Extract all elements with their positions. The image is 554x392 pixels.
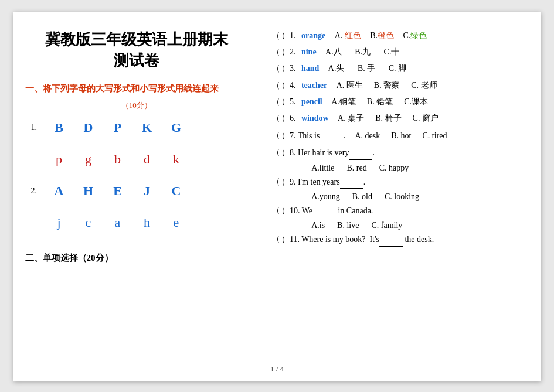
question-10: （ ）10. We in Canada. bbox=[272, 204, 529, 217]
row1-lower-spacer bbox=[31, 155, 42, 164]
right-panel: （ ）1. orange A. 红色 B.橙色 C.绿色 （ ）2. nine … bbox=[260, 29, 529, 357]
q9-blank bbox=[340, 175, 363, 189]
letter-j: j bbox=[47, 215, 71, 230]
q10-blank bbox=[312, 204, 336, 217]
exam-page: 冀教版三年级英语上册期末 测试卷 一、将下列字母的大写形式和小写形式用线连起来 … bbox=[13, 12, 541, 381]
letter-c: c bbox=[77, 215, 100, 230]
letter-A: A bbox=[47, 183, 71, 199]
q8-options: A.little B. red C. happy bbox=[272, 163, 529, 173]
question-8: （ ）8. Her hair is very . bbox=[272, 146, 529, 159]
q10-options: A.is B. live C. family bbox=[272, 221, 529, 230]
letter-P: P bbox=[106, 120, 130, 135]
q7-blank bbox=[320, 129, 343, 142]
q1-bracket: （ bbox=[272, 29, 281, 42]
row1-upper: 1. B D P K G bbox=[25, 120, 248, 135]
letter-k: k bbox=[165, 152, 188, 167]
q8-blank bbox=[349, 146, 372, 159]
row2-lower: j c a h e bbox=[25, 215, 248, 230]
left-panel: 冀教版三年级英语上册期末 测试卷 一、将下列字母的大写形式和小写形式用线连起来 … bbox=[25, 29, 260, 357]
title-main-line2: 测试卷 bbox=[25, 50, 248, 71]
question-3: （ ）3. hand A.头 B. 手 C. 脚 bbox=[272, 62, 529, 75]
q9-options: A.young B. old C. looking bbox=[272, 192, 529, 202]
question-9: （ ）9. I'm ten years . bbox=[272, 175, 529, 189]
letter-J: J bbox=[135, 183, 159, 199]
letter-p: p bbox=[47, 152, 71, 167]
question-11: （ ）11. Where is my book? It's the desk. bbox=[272, 233, 529, 246]
q11-blank bbox=[379, 233, 403, 246]
question-1: （ ）1. orange A. 红色 B.橙色 C.绿色 bbox=[272, 29, 529, 42]
letter-g: g bbox=[77, 152, 100, 167]
question-6: （ ）6. window A. 桌子 B. 椅子 C. 窗户 bbox=[272, 112, 529, 125]
letter-b: b bbox=[106, 152, 130, 167]
row2-num: 2. bbox=[31, 186, 42, 196]
letter-G: G bbox=[165, 120, 188, 135]
question-5: （ ）5. pencil A.钢笔 B. 铅笔 C.课本 bbox=[272, 96, 529, 108]
letter-K: K bbox=[135, 120, 159, 135]
row1-num: 1. bbox=[31, 123, 42, 132]
page-footer: 1 / 4 bbox=[270, 364, 284, 374]
letter-C: C bbox=[165, 183, 188, 199]
letter-h: h bbox=[135, 215, 159, 230]
letter-D: D bbox=[77, 120, 100, 135]
letter-a: a bbox=[106, 215, 130, 230]
section1-heading: 一、将下列字母的大写形式和小写形式用线连起来 bbox=[25, 83, 248, 94]
question-7: （ ）7. This is . A. desk B. hot C. tired bbox=[272, 129, 529, 142]
question-4: （ ）4. teacher A. 医生 B. 警察 C. 老师 bbox=[272, 79, 529, 92]
letter-e: e bbox=[165, 215, 188, 230]
row2-lower-spacer bbox=[31, 218, 42, 227]
section2-heading: 二、单项选择（20分） bbox=[25, 253, 248, 264]
section1-sub: （10分） bbox=[25, 100, 248, 111]
title-main-line1: 冀教版三年级英语上册期末 bbox=[25, 29, 248, 50]
row2-upper: 2. A H E J C bbox=[25, 183, 248, 199]
letter-E: E bbox=[106, 183, 130, 199]
letter-d: d bbox=[135, 152, 159, 167]
letter-B: B bbox=[47, 120, 71, 135]
letter-H: H bbox=[77, 183, 100, 199]
q1-content: ）1. orange A. 红色 B.橙色 C.绿色 bbox=[281, 29, 529, 42]
question-2: （ ）2. nine A.八 B.九 C.十 bbox=[272, 46, 529, 59]
row1-lower: p g b d k bbox=[25, 152, 248, 167]
title-block: 冀教版三年级英语上册期末 测试卷 bbox=[25, 29, 248, 72]
